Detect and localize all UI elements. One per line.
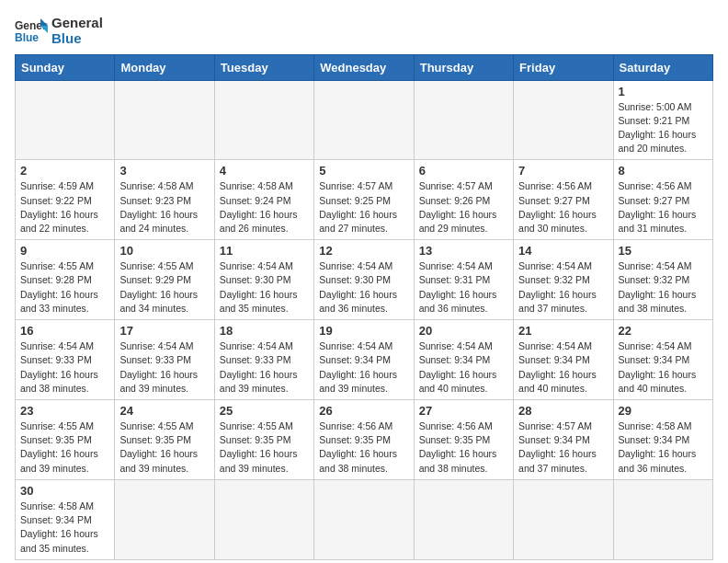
calendar-cell-3-1: 17Sunrise: 4:54 AM Sunset: 9:33 PM Dayli… [115,320,214,400]
day-number: 9 [20,244,109,258]
day-number: 6 [419,164,508,178]
week-row-5: 30Sunrise: 4:58 AM Sunset: 9:34 PM Dayli… [16,479,713,559]
calendar-cell-4-6: 29Sunrise: 4:58 AM Sunset: 9:34 PM Dayli… [613,400,712,480]
calendar-cell-1-0: 2Sunrise: 4:59 AM Sunset: 9:22 PM Daylig… [16,160,115,240]
day-info: Sunrise: 4:57 AM Sunset: 9:34 PM Dayligh… [518,419,608,476]
day-info: Sunrise: 4:56 AM Sunset: 9:27 PM Dayligh… [518,179,608,236]
calendar-cell-2-1: 10Sunrise: 4:55 AM Sunset: 9:29 PM Dayli… [115,240,214,320]
day-info: Sunrise: 4:54 AM Sunset: 9:33 PM Dayligh… [220,339,309,396]
day-number: 30 [20,484,109,498]
calendar-cell-5-5 [514,479,613,559]
calendar-cell-2-2: 11Sunrise: 4:54 AM Sunset: 9:30 PM Dayli… [214,240,313,320]
day-info: Sunrise: 5:00 AM Sunset: 9:21 PM Dayligh… [619,100,708,156]
logo-icon: General Blue [15,17,48,44]
day-number: 12 [319,244,408,258]
day-info: Sunrise: 4:58 AM Sunset: 9:24 PM Dayligh… [220,179,309,236]
calendar-cell-1-6: 8Sunrise: 4:56 AM Sunset: 9:27 PM Daylig… [613,160,712,240]
calendar-cell-4-0: 23Sunrise: 4:55 AM Sunset: 9:35 PM Dayli… [16,400,115,480]
weekday-header-monday: Monday [115,54,214,80]
day-info: Sunrise: 4:55 AM Sunset: 9:35 PM Dayligh… [220,419,309,476]
weekday-header-row: SundayMondayTuesdayWednesdayThursdayFrid… [16,54,713,80]
calendar-cell-0-1 [115,80,214,160]
day-number: 23 [20,404,109,418]
weekday-header-friday: Friday [514,54,613,80]
day-info: Sunrise: 4:56 AM Sunset: 9:27 PM Dayligh… [619,179,708,236]
week-row-1: 2Sunrise: 4:59 AM Sunset: 9:22 PM Daylig… [16,160,713,240]
day-number: 26 [319,404,408,418]
calendar-cell-0-6: 1Sunrise: 5:00 AM Sunset: 9:21 PM Daylig… [613,80,712,160]
day-info: Sunrise: 4:55 AM Sunset: 9:29 PM Dayligh… [119,259,209,316]
day-number: 27 [419,404,508,418]
day-info: Sunrise: 4:57 AM Sunset: 9:26 PM Dayligh… [419,179,508,236]
weekday-header-wednesday: Wednesday [314,54,414,80]
calendar-cell-5-6 [613,479,712,559]
day-number: 28 [518,404,608,418]
day-info: Sunrise: 4:54 AM Sunset: 9:32 PM Dayligh… [619,259,708,316]
logo-blue: Blue [51,30,103,46]
calendar-cell-4-2: 25Sunrise: 4:55 AM Sunset: 9:35 PM Dayli… [214,400,313,480]
calendar-cell-0-3 [314,80,414,160]
day-number: 5 [319,164,408,178]
calendar-cell-0-2 [214,80,313,160]
day-info: Sunrise: 4:55 AM Sunset: 9:35 PM Dayligh… [119,419,209,476]
day-number: 8 [619,164,708,178]
day-info: Sunrise: 4:55 AM Sunset: 9:28 PM Dayligh… [20,259,109,316]
day-number: 1 [619,85,708,98]
week-row-3: 16Sunrise: 4:54 AM Sunset: 9:33 PM Dayli… [16,320,713,400]
calendar-cell-1-2: 4Sunrise: 4:58 AM Sunset: 9:24 PM Daylig… [214,160,313,240]
calendar-cell-4-1: 24Sunrise: 4:55 AM Sunset: 9:35 PM Dayli… [115,400,214,480]
day-number: 25 [220,404,309,418]
day-info: Sunrise: 4:54 AM Sunset: 9:30 PM Dayligh… [319,259,408,316]
day-number: 24 [119,404,209,418]
calendar-cell-4-4: 27Sunrise: 4:56 AM Sunset: 9:35 PM Dayli… [414,400,513,480]
day-info: Sunrise: 4:54 AM Sunset: 9:34 PM Dayligh… [518,339,608,396]
day-info: Sunrise: 4:56 AM Sunset: 9:35 PM Dayligh… [319,419,408,476]
day-info: Sunrise: 4:54 AM Sunset: 9:30 PM Dayligh… [220,259,309,316]
day-number: 7 [518,164,608,178]
calendar-cell-2-0: 9Sunrise: 4:55 AM Sunset: 9:28 PM Daylig… [16,240,115,320]
calendar-cell-5-3 [314,479,414,559]
calendar-cell-0-5 [514,80,613,160]
day-info: Sunrise: 4:54 AM Sunset: 9:31 PM Dayligh… [419,259,508,316]
day-number: 21 [518,324,608,338]
calendar-cell-2-3: 12Sunrise: 4:54 AM Sunset: 9:30 PM Dayli… [314,240,414,320]
day-info: Sunrise: 4:54 AM Sunset: 9:33 PM Dayligh… [20,339,109,396]
day-info: Sunrise: 4:59 AM Sunset: 9:22 PM Dayligh… [20,179,109,236]
day-info: Sunrise: 4:56 AM Sunset: 9:35 PM Dayligh… [419,419,508,476]
day-info: Sunrise: 4:58 AM Sunset: 9:23 PM Dayligh… [119,179,209,236]
day-number: 17 [119,324,209,338]
day-number: 10 [119,244,209,258]
calendar-cell-2-5: 14Sunrise: 4:54 AM Sunset: 9:32 PM Dayli… [514,240,613,320]
calendar-cell-3-0: 16Sunrise: 4:54 AM Sunset: 9:33 PM Dayli… [16,320,115,400]
day-info: Sunrise: 4:57 AM Sunset: 9:25 PM Dayligh… [319,179,408,236]
svg-text:Blue: Blue [15,31,39,44]
calendar-cell-3-2: 18Sunrise: 4:54 AM Sunset: 9:33 PM Dayli… [214,320,313,400]
calendar-cell-0-0 [16,80,115,160]
weekday-header-saturday: Saturday [613,54,712,80]
calendar-cell-1-5: 7Sunrise: 4:56 AM Sunset: 9:27 PM Daylig… [514,160,613,240]
calendar-cell-3-6: 22Sunrise: 4:54 AM Sunset: 9:34 PM Dayli… [613,320,712,400]
day-number: 19 [319,324,408,338]
calendar-cell-4-3: 26Sunrise: 4:56 AM Sunset: 9:35 PM Dayli… [314,400,414,480]
calendar-cell-5-1 [115,479,214,559]
calendar-cell-0-4 [414,80,513,160]
logo: General Blue General Blue [15,15,103,47]
day-info: Sunrise: 4:54 AM Sunset: 9:34 PM Dayligh… [319,339,408,396]
day-number: 15 [619,244,708,258]
calendar-cell-1-4: 6Sunrise: 4:57 AM Sunset: 9:26 PM Daylig… [414,160,513,240]
day-info: Sunrise: 4:55 AM Sunset: 9:35 PM Dayligh… [20,419,109,476]
calendar-cell-5-2 [214,479,313,559]
day-number: 18 [220,324,309,338]
calendar-cell-4-5: 28Sunrise: 4:57 AM Sunset: 9:34 PM Dayli… [514,400,613,480]
day-number: 14 [518,244,608,258]
day-number: 29 [619,404,708,418]
day-number: 22 [619,324,708,338]
calendar-cell-2-6: 15Sunrise: 4:54 AM Sunset: 9:32 PM Dayli… [613,240,712,320]
calendar-cell-3-3: 19Sunrise: 4:54 AM Sunset: 9:34 PM Dayli… [314,320,414,400]
day-number: 4 [220,164,309,178]
day-number: 2 [20,164,109,178]
day-info: Sunrise: 4:54 AM Sunset: 9:32 PM Dayligh… [518,259,608,316]
day-number: 16 [20,324,109,338]
header: General Blue General Blue [15,15,713,47]
day-number: 11 [220,244,309,258]
